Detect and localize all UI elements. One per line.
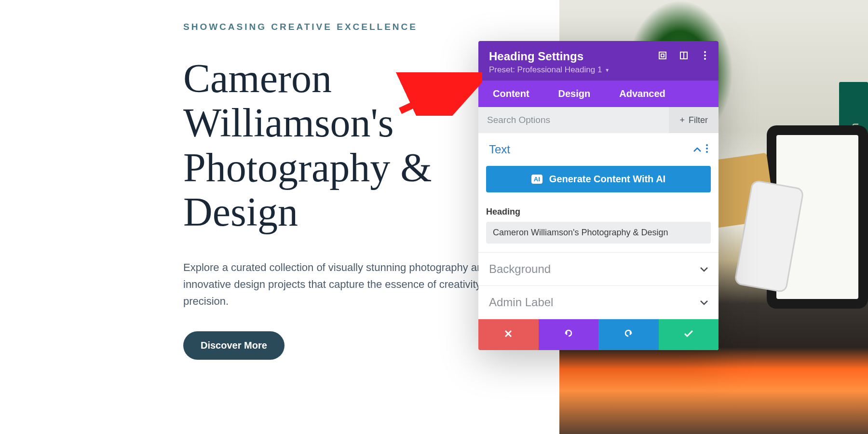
svg-point-9 <box>706 144 708 146</box>
panel-footer <box>478 319 719 350</box>
panel-header-actions <box>658 51 710 60</box>
section-text: Text AI Generate Content With AI Heading <box>478 133 719 253</box>
section-text-controls <box>693 144 708 155</box>
section-background: Background <box>478 253 719 286</box>
search-input[interactable] <box>478 107 669 133</box>
columns-icon[interactable] <box>679 51 689 60</box>
svg-point-8 <box>704 58 706 60</box>
section-text-body: AI Generate Content With AI <box>478 166 719 202</box>
close-icon <box>504 328 513 341</box>
panel-header[interactable]: Heading Settings Preset: Professional He… <box>478 41 719 81</box>
description-text: Explore a curated collection of visually… <box>183 259 521 310</box>
generate-ai-button[interactable]: AI Generate Content With AI <box>486 166 711 192</box>
svg-rect-2 <box>659 52 666 59</box>
close-button[interactable] <box>478 319 539 350</box>
section-admin-label: Admin Label <box>478 286 719 319</box>
section-admin-label-title: Admin Label <box>489 296 553 309</box>
section-background-title: Background <box>489 262 551 276</box>
section-text-header[interactable]: Text <box>478 133 719 166</box>
svg-point-11 <box>706 151 708 153</box>
eyebrow-text: SHOWCASING CREATIVE EXCELLENCE <box>183 22 540 32</box>
chevron-up-icon[interactable] <box>693 145 701 155</box>
chevron-down-icon: ▼ <box>605 68 610 73</box>
generate-label: Generate Content With AI <box>549 174 665 185</box>
svg-point-6 <box>704 51 706 53</box>
more-options-icon[interactable] <box>700 51 710 60</box>
preset-label: Preset: Professional Heading 1 <box>489 65 602 75</box>
section-background-header[interactable]: Background <box>478 253 719 285</box>
svg-point-10 <box>706 148 708 149</box>
chevron-down-icon[interactable] <box>700 264 708 274</box>
panel-tabs: Content Design Advanced <box>478 81 719 107</box>
search-row: + Filter <box>478 107 719 133</box>
heading-field-input[interactable] <box>486 222 711 244</box>
plus-icon: + <box>679 115 685 125</box>
check-icon <box>683 328 694 341</box>
preset-selector[interactable]: Preset: Professional Heading 1 ▼ <box>489 65 708 75</box>
filter-label: Filter <box>689 115 708 125</box>
section-background-controls <box>700 264 708 274</box>
tab-advanced[interactable]: Advanced <box>605 81 680 107</box>
filter-button[interactable]: + Filter <box>669 107 719 133</box>
undo-button[interactable] <box>539 319 599 350</box>
chevron-down-icon[interactable] <box>700 298 708 308</box>
tab-content[interactable]: Content <box>478 81 544 107</box>
section-admin-label-header[interactable]: Admin Label <box>478 286 719 319</box>
redo-icon <box>623 328 634 341</box>
undo-icon <box>563 328 574 341</box>
heading-settings-panel: Heading Settings Preset: Professional He… <box>478 41 719 350</box>
section-admin-label-controls <box>700 298 708 308</box>
heading-field-group: Heading <box>478 202 719 252</box>
save-button[interactable] <box>659 319 719 350</box>
discover-more-button[interactable]: Discover More <box>183 331 285 360</box>
svg-point-7 <box>704 54 706 56</box>
svg-rect-3 <box>661 54 664 57</box>
tab-design[interactable]: Design <box>544 81 605 107</box>
expand-icon[interactable] <box>658 51 667 60</box>
section-text-title: Text <box>489 143 510 156</box>
heading-field-label: Heading <box>486 207 711 217</box>
ai-badge-icon: AI <box>531 175 542 184</box>
more-options-icon[interactable] <box>706 144 708 155</box>
redo-button[interactable] <box>598 319 659 350</box>
